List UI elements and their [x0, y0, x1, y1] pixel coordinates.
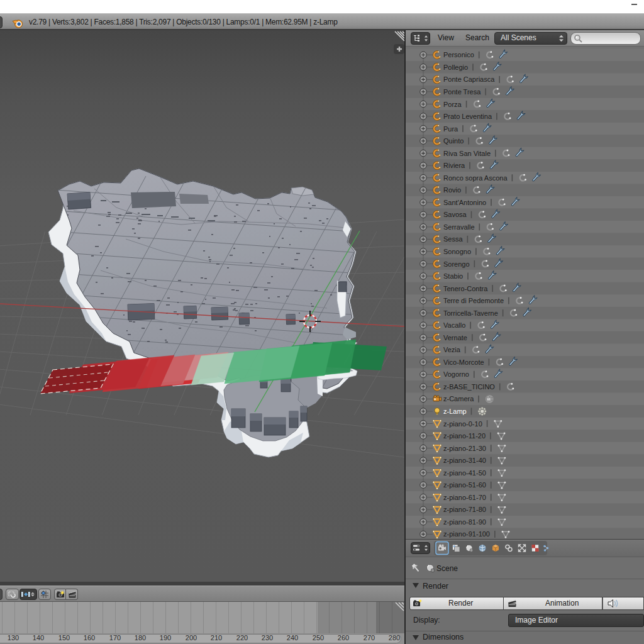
svg-text:Sonogno: Sonogno: [443, 248, 471, 255]
svg-text:z-piano-71-80: z-piano-71-80: [443, 506, 486, 513]
svg-text:Tenero-Contra: Tenero-Contra: [443, 285, 488, 292]
svg-text:z-piano-31-40: z-piano-31-40: [443, 457, 486, 464]
svg-text:Vezia: Vezia: [443, 346, 461, 353]
svg-text:Savosa: Savosa: [443, 211, 467, 218]
svg-text:Pollegio: Pollegio: [443, 64, 468, 71]
svg-text:z-piano-21-30: z-piano-21-30: [443, 445, 486, 452]
svg-text:z-piano-41-50: z-piano-41-50: [443, 469, 486, 477]
svg-text:Pura: Pura: [443, 125, 458, 133]
svg-text:z-Camera: z-Camera: [443, 395, 474, 402]
svg-text:Ponte Tresa: Ponte Tresa: [443, 88, 481, 96]
svg-text:z-Lamp: z-Lamp: [443, 408, 467, 415]
svg-text:Sessa: Sessa: [443, 235, 463, 243]
svg-text:Vogorno: Vogorno: [443, 370, 469, 378]
svg-text:Rovio: Rovio: [443, 186, 461, 194]
svg-text:Quinto: Quinto: [443, 137, 464, 145]
svg-text:Porza: Porza: [443, 101, 462, 108]
svg-text:Ronco sopra Ascona: Ronco sopra Ascona: [443, 174, 508, 182]
svg-text:Vico-Morcote: Vico-Morcote: [443, 358, 484, 366]
svg-text:Ponte Capriasca: Ponte Capriasca: [443, 75, 495, 83]
svg-text:z-piano-91-100: z-piano-91-100: [443, 530, 490, 538]
svg-text:Vacallo: Vacallo: [443, 321, 465, 329]
svg-text:Riviera: Riviera: [443, 162, 465, 169]
svg-text:z-piano-61-70: z-piano-61-70: [443, 494, 486, 501]
svg-text:Sant'Antonino: Sant'Antonino: [443, 199, 486, 206]
svg-text:z-piano-81-90: z-piano-81-90: [443, 518, 486, 526]
svg-text:z-piano-0-10: z-piano-0-10: [443, 420, 482, 428]
svg-text:z-piano-51-60: z-piano-51-60: [443, 481, 486, 489]
svg-text:Vernate: Vernate: [443, 334, 467, 341]
svg-text:Torricella-Taverne: Torricella-Taverne: [443, 309, 498, 317]
svg-text:Personico: Personico: [443, 51, 474, 58]
svg-text:Sorengo: Sorengo: [443, 260, 470, 268]
svg-text:Terre di Pedemonte: Terre di Pedemonte: [443, 297, 504, 304]
svg-text:Riva San Vitale: Riva San Vitale: [443, 150, 491, 157]
svg-text:Serravalle: Serravalle: [443, 223, 475, 231]
svg-text:Stabio: Stabio: [443, 272, 463, 280]
svg-text:Prato Leventina: Prato Leventina: [443, 113, 492, 120]
svg-text:z-BASE_TICINO: z-BASE_TICINO: [443, 383, 495, 391]
svg-text:z-piano-11-20: z-piano-11-20: [443, 432, 486, 440]
